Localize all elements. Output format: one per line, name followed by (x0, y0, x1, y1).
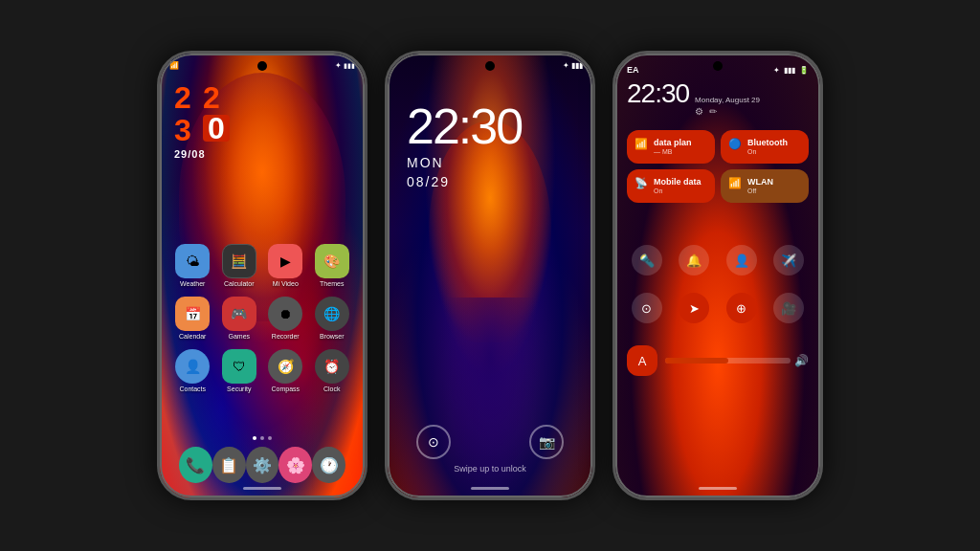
recorder-label: Recorder (272, 333, 300, 340)
ctrl-time-row: 22:30 Monday, August 29 ⚙ ✏ (627, 78, 809, 117)
tile-mobile-sub: On (654, 187, 662, 194)
home-indicator (243, 487, 281, 490)
ctrl-time-display: 22:30 (627, 78, 689, 109)
tile-data-sub: — MB (654, 148, 672, 155)
recorder-icon: ⏺ (268, 297, 302, 331)
clock-digit-2b: 2 (203, 82, 230, 113)
app-row-2: 📅 Calendar 🎮 Games ⏺ Recorder 🌐 Browser (169, 297, 355, 340)
control-tiles: 📶 data plan — MB 🔵 Bluetooth On 📡 Mobile… (627, 130, 809, 203)
app-mi-video[interactable]: ▶ Mi Video (266, 244, 304, 287)
themes-label: Themes (320, 280, 344, 287)
tile-bt-sub: On (747, 148, 756, 155)
app-calendar[interactable]: 📅 Calendar (173, 297, 212, 340)
ctrl-small-icons-row: 🔦 🔔 👤 ✈️ (627, 245, 809, 276)
app-clock[interactable]: ⏰ Clock (313, 349, 351, 392)
dnd-button[interactable]: 👤 (726, 245, 757, 276)
security-label: Security (227, 386, 251, 392)
clock-digit-3: 3 (174, 115, 201, 145)
weather-icon: 🌤 (175, 244, 210, 278)
app-calculator[interactable]: 🧮 Calculator (220, 244, 258, 287)
wifi-status-icon: 📶 (169, 61, 179, 70)
volume-down-button (157, 159, 159, 183)
notification-button[interactable]: 🔔 (679, 245, 709, 276)
mi-video-label: Mi Video (273, 280, 299, 287)
flashlight-button[interactable]: 🔦 (632, 245, 662, 276)
camera-button[interactable]: 🎥 (773, 293, 804, 323)
browser-icon: 🌐 (315, 297, 349, 331)
tile-data-plan[interactable]: 📶 data plan — MB (627, 130, 715, 164)
app-compass[interactable]: 🧭 Compass (266, 349, 304, 392)
volume-up-ctrl (612, 130, 614, 154)
clock-digit-2a: 2 (174, 82, 201, 113)
tile-wlan-text: WLAN Off (747, 177, 799, 195)
volume-up-lock (385, 130, 387, 154)
lock-date-line2: 08/29 (407, 174, 522, 189)
phone-control: EA ✦ ▮▮▮ 🔋 22:30 Monday, August 29 ⚙ ✏ (612, 51, 823, 500)
dock-app4[interactable]: 🌸 (278, 447, 312, 483)
security-icon: 🛡 (222, 349, 256, 384)
status-right-icons: ✦ ▮▮▮ (335, 61, 355, 70)
power-button-lock (593, 111, 595, 144)
dock-messages[interactable]: 📋 (212, 447, 246, 483)
app-recorder[interactable]: ⏺ Recorder (266, 297, 304, 340)
tile-bluetooth[interactable]: 🔵 Bluetooth On (721, 130, 809, 164)
compass-icon: 🧭 (268, 349, 302, 384)
dock-clock[interactable]: 🕐 (312, 447, 345, 483)
ctrl-signal: ▮▮▮ (784, 66, 795, 75)
dot-2 (260, 436, 264, 440)
lock-date-line1: MON (407, 155, 522, 170)
screen-record-button[interactable]: ⊕ (726, 293, 757, 323)
app-games[interactable]: 🎮 Games (220, 297, 258, 340)
lock-time-display: 22:30 (407, 101, 522, 151)
app-contacts[interactable]: 👤 Contacts (173, 349, 212, 392)
power-button (366, 111, 368, 144)
ctrl-camera-hole (713, 61, 723, 71)
themes-icon: 🎨 (315, 244, 349, 278)
weather-label: Weather (180, 280, 205, 287)
ctrl-user-label: EA (627, 65, 639, 75)
lock-camera-hole (485, 61, 495, 71)
calculator-icon: 🧮 (222, 244, 256, 278)
text-button[interactable]: A (627, 345, 657, 376)
clock-digit-0: 0 (203, 115, 230, 142)
volume-up-button (157, 130, 159, 154)
ctrl-home-indicator (699, 487, 737, 490)
wlan-icon: 📶 (728, 177, 742, 189)
dock-settings[interactable]: ⚙️ (246, 447, 279, 483)
app-security[interactable]: 🛡 Security (220, 349, 258, 392)
mobile-data-icon: 📡 (635, 177, 648, 189)
app-browser[interactable]: 🌐 Browser (313, 297, 351, 340)
tile-wlan[interactable]: 📶 WLAN Off (721, 169, 809, 203)
volume-down-lock (385, 159, 387, 183)
tile-mobile-data[interactable]: 📡 Mobile data On (627, 169, 715, 203)
phone-home: 📶 ✦ ▮▮▮ 2 2 3 0 29/08 🌤 Weather (157, 51, 368, 500)
games-icon: 🎮 (222, 297, 256, 331)
ctrl-date-display: Monday, August 29 (695, 96, 760, 104)
dock-phone[interactable]: 📞 (179, 447, 212, 483)
app-grid: 🌤 Weather 🧮 Calculator ▶ Mi Video 🎨 Them… (160, 244, 365, 402)
lock-bottom-controls: ⊙ 📷 (388, 425, 592, 459)
ctrl-edit-icon[interactable]: ✏ (709, 106, 717, 117)
lock-camera-button[interactable]: ⊙ (416, 425, 451, 459)
bluetooth-tile-icon: 🔵 (728, 138, 742, 150)
brightness-button[interactable]: ⊙ (632, 293, 662, 323)
volume-fill (665, 358, 728, 364)
lock-fingerprint-button[interactable]: 📷 (529, 425, 564, 459)
page-dots (160, 436, 365, 440)
location-button[interactable]: ➤ (679, 293, 709, 323)
app-weather[interactable]: 🌤 Weather (173, 244, 212, 287)
tile-wlan-label: WLAN (747, 177, 799, 187)
home-clock-widget: 2 2 3 0 29/08 (174, 82, 230, 160)
airplane-button[interactable]: ✈️ (773, 245, 804, 276)
lock-status-right: ✦ ▮▮▮ (563, 61, 583, 70)
ctrl-bottom-row: A 🔊 (627, 345, 809, 376)
app-themes[interactable]: 🎨 Themes (313, 244, 351, 287)
ctrl-mid-icons-row: ⊙ ➤ ⊕ 🎥 (627, 293, 809, 323)
ctrl-settings-icon[interactable]: ⚙ (695, 106, 703, 117)
volume-track (665, 358, 791, 364)
lock-signal-icon: ▮▮▮ (571, 61, 583, 70)
ctrl-bt-icon: ✦ (773, 66, 780, 75)
lock-time-widget: 22:30 MON 08/29 (407, 101, 522, 189)
swipe-hint: Swipe up to unlock (388, 464, 592, 474)
power-button-ctrl (821, 111, 823, 144)
